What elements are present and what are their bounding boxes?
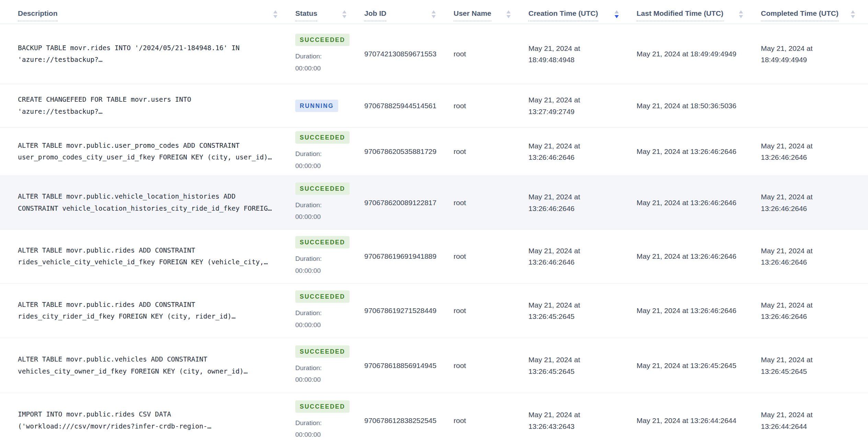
creation-time: May 21, 2024 at 13:26:46:2646 [511, 245, 619, 268]
job-duration: Duration: 00:00:00 [295, 199, 346, 223]
user-name: root [436, 252, 511, 260]
column-header-creation-time[interactable]: Creation Time (UTC) [511, 0, 619, 24]
sort-desc-icon [851, 15, 855, 18]
sort-asc-icon [432, 10, 436, 13]
status-badge: SUCCEEDED [295, 182, 350, 195]
last-modified-time: May 21, 2024 at 13:26:46:2646 [619, 251, 743, 262]
completed-time: May 21, 2024 at 13:26:46:2646 [743, 245, 868, 268]
table-row[interactable]: BACKUP TABLE movr.rides INTO '/2024/05/2… [0, 24, 868, 84]
user-name: root [436, 307, 511, 315]
status-badge: RUNNING [295, 100, 338, 112]
user-name: root [436, 199, 511, 207]
user-name: root [436, 362, 511, 370]
sort-desc-icon [739, 15, 743, 18]
duration-value: 00:00:00 [295, 429, 346, 441]
sort-asc-icon [739, 10, 743, 13]
sort-arrows[interactable] [432, 10, 436, 18]
creation-time: May 21, 2024 at 13:26:45:2645 [511, 299, 619, 322]
user-name: root [436, 50, 511, 58]
column-header-status[interactable]: Status [277, 0, 346, 24]
job-description: ALTER TABLE movr.public.vehicle_location… [0, 191, 277, 214]
status-badge: SUCCEEDED [295, 236, 350, 248]
sort-asc-icon [342, 10, 346, 13]
job-duration: Duration: 00:00:00 [295, 417, 346, 441]
job-status-cell: SUCCEEDED Duration: 00:00:00 [277, 290, 346, 331]
completed-time: May 21, 2024 at 13:26:46:2646 [743, 140, 868, 163]
creation-time: May 21, 2024 at 13:26:46:2646 [511, 140, 619, 163]
sort-arrows[interactable] [506, 10, 511, 18]
duration-label: Duration: [295, 307, 346, 319]
duration-label: Duration: [295, 199, 346, 211]
creation-time: May 21, 2024 at 13:26:43:2643 [511, 409, 619, 432]
table-row[interactable]: CREATE CHANGEFEED FOR TABLE movr.users I… [0, 84, 868, 127]
completed-time: May 21, 2024 at 13:26:46:2646 [743, 299, 868, 322]
sort-asc-icon [615, 10, 619, 13]
creation-time: May 21, 2024 at 18:49:48:4948 [511, 43, 619, 65]
duration-label: Duration: [295, 417, 346, 429]
completed-time: May 21, 2024 at 13:26:45:2645 [743, 354, 868, 377]
sort-asc-icon [851, 10, 855, 13]
last-modified-time: May 21, 2024 at 13:26:46:2646 [619, 197, 743, 208]
sort-desc-icon [615, 15, 619, 18]
job-id: 970678620535881729 [346, 147, 436, 156]
column-header-description[interactable]: Description [0, 0, 277, 24]
column-header-label: Job ID [364, 9, 386, 21]
table-row[interactable]: ALTER TABLE movr.public.rides ADD CONSTR… [0, 284, 868, 338]
job-duration: Duration: 00:00:00 [295, 307, 346, 331]
last-modified-time: May 21, 2024 at 13:26:44:2644 [619, 415, 743, 426]
job-status-cell: RUNNING [277, 100, 346, 112]
column-header-label: Status [295, 9, 317, 21]
duration-value: 00:00:00 [295, 265, 346, 277]
job-description: BACKUP TABLE movr.rides INTO '/2024/05/2… [0, 42, 277, 66]
sort-arrows[interactable] [342, 10, 346, 18]
table-body: BACKUP TABLE movr.rides INTO '/2024/05/2… [0, 24, 868, 444]
last-modified-time: May 21, 2024 at 13:26:46:2646 [619, 146, 743, 157]
duration-label: Duration: [295, 362, 346, 374]
job-id: 970678612838252545 [346, 417, 436, 425]
status-badge: SUCCEEDED [295, 400, 350, 413]
table-row[interactable]: IMPORT INTO movr.public.rides CSV DATA (… [0, 393, 868, 444]
completed-time: May 21, 2024 at 13:26:44:2644 [743, 409, 868, 432]
completed-time: May 21, 2024 at 18:49:49:4949 [743, 43, 868, 65]
duration-value: 00:00:00 [295, 160, 346, 172]
completed-time: May 21, 2024 at 13:26:46:2646 [743, 191, 868, 214]
sort-arrows[interactable] [739, 10, 743, 18]
sort-arrows[interactable] [273, 10, 277, 18]
job-status-cell: SUCCEEDED Duration: 00:00:00 [277, 400, 346, 441]
last-modified-time: May 21, 2024 at 13:26:45:2645 [619, 360, 743, 371]
sort-desc-icon [342, 15, 346, 18]
sort-desc-icon [273, 15, 277, 18]
job-id: 970678619691941889 [346, 252, 436, 260]
column-header-last-modified-time[interactable]: Last Modified Time (UTC) [619, 0, 743, 24]
sort-desc-icon [432, 15, 436, 18]
duration-value: 00:00:00 [295, 63, 346, 74]
job-id: 970742130859671553 [346, 50, 436, 58]
job-description: ALTER TABLE movr.public.vehicles ADD CON… [0, 354, 277, 377]
column-header-job-id[interactable]: Job ID [346, 0, 436, 24]
table-row[interactable]: ALTER TABLE movr.public.vehicles ADD CON… [0, 338, 868, 393]
job-duration: Duration: 00:00:00 [295, 253, 346, 276]
user-name: root [436, 147, 511, 156]
status-badge: SUCCEEDED [295, 345, 350, 358]
job-status-cell: SUCCEEDED Duration: 00:00:00 [277, 345, 346, 386]
creation-time: May 21, 2024 at 13:26:45:2645 [511, 354, 619, 377]
job-id: 970678825944514561 [346, 102, 436, 110]
table-row[interactable]: ALTER TABLE movr.public.user_promo_codes… [0, 127, 868, 176]
duration-label: Duration: [295, 148, 346, 160]
job-duration: Duration: 00:00:00 [295, 51, 346, 74]
user-name: root [436, 102, 511, 110]
column-header-user-name[interactable]: User Name [436, 0, 511, 24]
sort-asc-icon [273, 10, 277, 13]
sort-arrows[interactable] [615, 10, 619, 18]
sort-arrows[interactable] [851, 10, 855, 18]
creation-time: May 21, 2024 at 13:26:46:2646 [511, 191, 619, 214]
table-row[interactable]: ALTER TABLE movr.public.rides ADD CONSTR… [0, 230, 868, 284]
column-header-completed-time[interactable]: Completed Time (UTC) [743, 0, 868, 24]
sort-desc-icon [506, 15, 511, 18]
duration-value: 00:00:00 [295, 319, 346, 331]
duration-label: Duration: [295, 253, 346, 265]
table-row[interactable]: ALTER TABLE movr.public.vehicle_location… [0, 176, 868, 230]
column-header-label: Completed Time (UTC) [761, 9, 838, 21]
last-modified-time: May 21, 2024 at 18:50:36:5036 [619, 100, 743, 111]
last-modified-time: May 21, 2024 at 18:49:49:4949 [619, 48, 743, 59]
